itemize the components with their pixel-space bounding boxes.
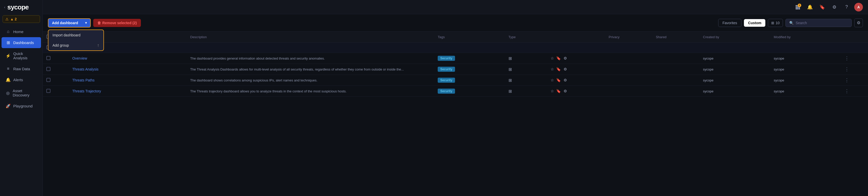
description-cell: The dashboard provides general informati… — [187, 53, 434, 64]
apps-icon-button[interactable]: 1 — [793, 3, 802, 12]
grid-icon: ⊞ — [771, 21, 774, 25]
lightning-icon: ⚡ — [6, 54, 11, 58]
sidebar-item-alerts[interactable]: 🔔 Alerts — [2, 74, 41, 85]
sidebar-item-raw-data[interactable]: ≡ Raw Data — [2, 63, 41, 74]
created-by-cell: sycope — [699, 86, 770, 97]
row-checkbox[interactable] — [46, 78, 51, 82]
header-type: Type — [505, 32, 546, 43]
row-checkbox[interactable] — [46, 56, 51, 60]
more-options-icon[interactable]: ⋮ — [844, 56, 849, 61]
search-placeholder: Search — [796, 21, 807, 25]
tag-security[interactable]: Security — [438, 78, 455, 83]
table-body: ▼ Threat Detection Overview The dashboar… — [43, 43, 868, 97]
add-dashboard-label[interactable]: Add dashboard — [49, 19, 82, 27]
add-dashboard-button[interactable]: Add dashboard ▼ — [48, 18, 91, 28]
rocket-icon: 🚀 — [6, 104, 11, 108]
grid-count-button[interactable]: ⊞ 10 — [768, 19, 783, 27]
settings-icon-button[interactable]: ⚙ — [830, 3, 839, 12]
star-icon[interactable]: ☆ — [550, 89, 555, 93]
share-icon[interactable]: ⚙ — [563, 56, 568, 60]
sidebar-item-label: Dashboards — [13, 40, 34, 45]
bookmark-row-icon[interactable]: 🔖 — [555, 78, 562, 82]
tag-security[interactable]: Security — [438, 56, 455, 61]
bookmark-icon-button[interactable]: 🔖 — [817, 3, 827, 12]
svg-rect-3 — [796, 7, 797, 8]
table-row: Overview The dashboard provides general … — [43, 53, 868, 64]
header-shared: Shared — [652, 32, 699, 43]
header-tags: Tags — [434, 32, 505, 43]
favorites-label: Favorites — [722, 21, 737, 25]
bell-icon: 🔔 — [6, 77, 11, 82]
header-created-by: Created by — [699, 32, 770, 43]
logo-text: sycope — [7, 3, 29, 11]
trash-icon: 🗑 — [97, 21, 101, 25]
custom-label: Custom — [748, 21, 761, 25]
row-icons-cell: ☆ 🔖 ⚙ — [546, 64, 605, 75]
more-options-icon[interactable]: ⋮ — [844, 67, 849, 72]
share-icon[interactable]: ⚙ — [563, 78, 568, 82]
cursor-icon: ↑ — [97, 43, 99, 48]
import-dashboard-label: Import dashboard — [53, 33, 81, 37]
gear-icon: ⚙ — [857, 20, 860, 25]
remove-selected-button[interactable]: 🗑 Remove selected (2) — [93, 19, 141, 27]
search-box[interactable]: 🔍 Search — [785, 19, 852, 27]
dashboard-name-link[interactable]: Threats Trajectory — [72, 89, 101, 93]
sidebar-item-label: Home — [13, 30, 24, 34]
bookmark-row-icon[interactable]: 🔖 — [555, 56, 562, 60]
table-row: Threats Paths The dashboard shows correl… — [43, 75, 868, 86]
share-icon[interactable]: ⚙ — [563, 89, 568, 93]
dashboard-name-link[interactable]: Threats Analysis — [72, 67, 99, 71]
table-settings-button[interactable]: ⚙ — [854, 19, 863, 27]
more-options-icon[interactable]: ⋮ — [844, 89, 849, 94]
star-icon[interactable]: ☆ — [550, 67, 555, 71]
row-checkbox[interactable] — [46, 67, 51, 71]
bookmark-row-icon[interactable]: 🔖 — [555, 67, 562, 71]
tags-cell: Security — [434, 53, 505, 64]
privacy-cell — [605, 75, 652, 86]
more-options-icon[interactable]: ⋮ — [844, 78, 849, 83]
sidebar-item-playground[interactable]: 🚀 Playground — [2, 101, 41, 111]
bookmark-row-icon[interactable]: 🔖 — [555, 89, 562, 93]
sidebar-item-asset-discovery[interactable]: ◎ Asset Discovery — [2, 86, 41, 100]
type-cell: ⊞ — [505, 53, 546, 64]
sidebar-item-home[interactable]: ⌂ Home — [2, 26, 41, 37]
dropdown-item-import[interactable]: Import dashboard — [49, 30, 103, 40]
logo: ‹ sycope — [0, 0, 42, 14]
add-dashboard-dropdown: Import dashboard Add group ↑ — [48, 30, 104, 51]
dropdown-arrow-icon[interactable]: ▼ — [82, 19, 90, 27]
star-icon[interactable]: ☆ — [550, 78, 555, 82]
header-privacy: Privacy — [605, 32, 652, 43]
row-checkbox-cell — [43, 53, 69, 64]
type-grid-icon: ⊞ — [508, 56, 512, 61]
bell-icon-button[interactable]: 🔔 — [805, 3, 814, 12]
alert-banner[interactable]: ⚠ ▲ 2 — [3, 15, 40, 23]
star-icon[interactable]: ☆ — [550, 56, 555, 60]
shared-cell — [652, 53, 699, 64]
dropdown-item-add-group[interactable]: Add group ↑ — [49, 40, 103, 51]
row-checkbox-cell — [43, 64, 69, 75]
row-checkbox[interactable] — [46, 89, 51, 93]
tag-security[interactable]: Security — [438, 67, 455, 72]
sidebar-item-dashboards[interactable]: ⊞ Dashboards — [2, 37, 41, 48]
shared-cell — [652, 75, 699, 86]
share-icon[interactable]: ⚙ — [563, 67, 568, 71]
main-content: 1 🔔 🔖 ⚙ ? A Add dashboard ▼ 🗑 Remove sel… — [43, 0, 868, 196]
custom-button[interactable]: Custom — [744, 19, 765, 27]
dashboards-icon: ⊞ — [6, 40, 11, 45]
warning-icon: ⚠ — [5, 17, 9, 21]
help-icon-button[interactable]: ? — [842, 3, 851, 12]
tag-security[interactable]: Security — [438, 89, 455, 94]
created-by-cell: sycope — [699, 75, 770, 86]
dashboard-name-link[interactable]: Threats Paths — [72, 78, 95, 82]
created-by-cell: sycope — [699, 64, 770, 75]
header-description: Description — [187, 32, 434, 43]
dashboard-name-cell: Overview — [69, 53, 187, 64]
favorites-button[interactable]: Favorites — [718, 19, 742, 27]
type-grid-icon: ⊞ — [508, 67, 512, 71]
sidebar-item-label: Alerts — [13, 78, 23, 82]
user-avatar[interactable]: A — [854, 3, 863, 11]
sidebar-item-quick-analysis[interactable]: ⚡ Quick Analysis — [2, 48, 41, 63]
dashboard-name-link[interactable]: Overview — [72, 56, 87, 60]
search-icon: 🔍 — [789, 21, 794, 25]
header-row-actions — [841, 32, 868, 43]
